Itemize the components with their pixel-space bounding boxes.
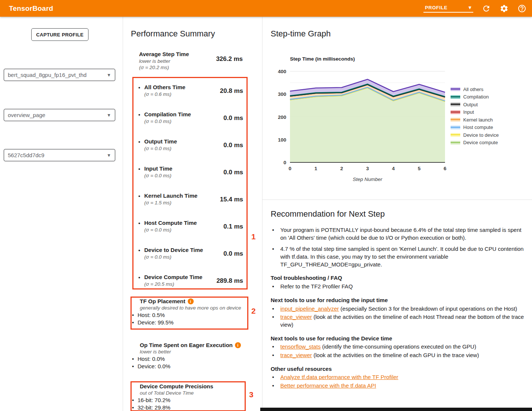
legend-swatch-icon xyxy=(451,87,460,91)
section-item: •Device: 99.5% xyxy=(132,319,251,326)
metric-row: •Host Compute Time(σ = 0.0 ms)0.1 ms xyxy=(138,220,247,233)
recommendation-heading: Next tools to use for reducing the input… xyxy=(271,297,527,304)
legend-label: Output xyxy=(463,102,478,107)
bullet: • xyxy=(138,84,140,91)
recommendation-link[interactable]: input_pipeline_analyzer xyxy=(280,305,339,312)
tf-op-placement-section: TF Op Placementigenerally desired to hav… xyxy=(132,298,251,326)
chart-x-axis-title: Step Number xyxy=(290,177,445,182)
section-title: Device Compute Precisions xyxy=(140,383,213,389)
hosts-select[interactable]: 5627c5dd7dc9 ▼ xyxy=(4,149,115,161)
recommendation-bullet: •4.7 % of the total step time sampled is… xyxy=(271,245,527,268)
dashboard-selector-value: PROFILE xyxy=(425,5,448,10)
bullet: • xyxy=(271,245,280,268)
section-subtitle: out of Total Device Time xyxy=(140,390,251,396)
bullet: • xyxy=(271,283,280,291)
legend-label: Device compute xyxy=(463,140,498,145)
bullet: • xyxy=(132,363,138,369)
legend-label: Compilation xyxy=(463,94,489,100)
legend-swatch-icon xyxy=(451,126,460,129)
bullet: • xyxy=(271,382,280,390)
tensorboard-profile-page: TensorBoard PROFILE ▼ CAPTURE PROFILE Ru… xyxy=(0,0,532,411)
chart-legend: All othersCompilationOutputInputKernel l… xyxy=(451,87,499,145)
tools-select-value: overview_page xyxy=(8,112,45,118)
chevron-down-icon: ▼ xyxy=(107,153,111,158)
legend-item: Host compute xyxy=(451,125,499,130)
legend-item: Compilation xyxy=(451,94,499,100)
metric-value: 0.0 ms xyxy=(223,250,243,258)
metric-value: 20.8 ms xyxy=(220,87,243,95)
performance-summary-panel: Performance Summary Average Step Time lo… xyxy=(123,17,262,411)
bullet: • xyxy=(138,193,140,199)
recommendation-bullet: •Your program is POTENTIALLY input-bound… xyxy=(271,226,527,242)
chevron-down-icon: ▼ xyxy=(107,72,111,78)
svg-text:1: 1 xyxy=(315,166,317,171)
settings-icon[interactable] xyxy=(499,4,509,13)
section-title: Op Time Spent on Eager Execution xyxy=(140,342,233,348)
legend-swatch-icon xyxy=(451,133,460,137)
bullet: • xyxy=(138,247,140,253)
chevron-down-icon: ▼ xyxy=(107,113,111,118)
section-item: •16-bit: 70.2% xyxy=(132,397,251,403)
svg-text:300: 300 xyxy=(278,91,286,97)
metric-row: •Device Compute Time(σ = 20.5 ms)289.8 m… xyxy=(138,274,247,287)
metric-row: •Input Time(σ = 0.0 ms)0.0 ms xyxy=(138,165,247,179)
bullet: • xyxy=(132,404,138,411)
bullet: • xyxy=(271,305,280,313)
recommendation-bullet: •Analyze tf.data performance with the TF… xyxy=(271,373,527,381)
svg-text:6: 6 xyxy=(444,166,446,171)
recommendation-bullet: •Refer to the TF2 Profiler FAQ xyxy=(271,283,527,291)
bullet: • xyxy=(271,373,280,381)
info-icon[interactable]: i xyxy=(235,342,241,348)
tools-select[interactable]: overview_page ▼ xyxy=(4,109,115,121)
recommendation-body: •Your program is POTENTIALLY input-bound… xyxy=(271,223,527,390)
legend-item: All others xyxy=(451,87,499,92)
metric-value: 15.4 ms xyxy=(220,196,243,203)
recommendation-heading: Other useful resources xyxy=(271,365,527,373)
bullet: • xyxy=(132,319,138,326)
legend-label: Input xyxy=(463,109,474,115)
recommendation-bullet: •trace_viewer (look at the activities on… xyxy=(271,313,527,329)
runs-select[interactable]: bert_squad_8gpu_fp16_pvt_thd ▼ xyxy=(4,69,115,81)
section-item: •Host: 0.5% xyxy=(132,312,251,318)
legend-swatch-icon xyxy=(451,103,460,106)
section-item: •Host: 0.0% xyxy=(132,356,251,362)
legend-swatch-icon xyxy=(451,95,460,99)
legend-label: All others xyxy=(463,87,483,92)
recommendation-link[interactable]: Analyze tf.data performance with the TF … xyxy=(280,374,398,380)
recommendation-bullet: •tensorflow_stats (identify the time-con… xyxy=(271,343,527,351)
legend-label: Device to device xyxy=(463,132,499,138)
help-icon[interactable] xyxy=(517,4,527,13)
info-icon[interactable]: i xyxy=(188,298,194,304)
legend-item: Input xyxy=(451,110,499,115)
recommendation-bullet: •input_pipeline_analyzer (especially Sec… xyxy=(271,305,527,313)
bullet: • xyxy=(271,343,280,351)
bullet: • xyxy=(138,111,140,118)
recommendation-link[interactable]: trace_viewer xyxy=(280,352,312,358)
bullet: • xyxy=(271,313,280,329)
bottom-edge-bar xyxy=(260,408,532,411)
recommendation-link[interactable]: trace_viewer xyxy=(280,314,312,320)
annotation-label-1: 1 xyxy=(251,232,256,241)
recommendation-link[interactable]: tensorflow_stats xyxy=(280,343,320,350)
app-header: TensorBoard PROFILE ▼ xyxy=(0,0,532,17)
metric-sigma: (σ = 20.2 ms) xyxy=(139,64,247,71)
app-title: TensorBoard xyxy=(9,4,53,13)
dashboard-selector[interactable]: PROFILE ▼ xyxy=(423,4,473,13)
metric-value: 0.0 ms xyxy=(223,114,243,122)
metric-value: 0.1 ms xyxy=(223,223,243,230)
legend-item: Output xyxy=(451,102,499,107)
capture-profile-button[interactable]: CAPTURE PROFILE xyxy=(31,28,88,41)
refresh-icon[interactable] xyxy=(481,4,491,13)
metric-row: •All Others Time(σ = 0.6 ms)20.8 ms xyxy=(138,84,247,97)
device-compute-precisions-section: Device Compute Precisionsout of Total De… xyxy=(132,383,251,411)
metric-value: 0.0 ms xyxy=(223,142,243,149)
section-item: •Device: 0.0% xyxy=(132,363,251,369)
recommendation-link[interactable]: Better performance with the tf.data API xyxy=(280,382,376,389)
bullet: • xyxy=(132,312,138,318)
bullet: • xyxy=(132,397,138,403)
section-subtitle: lower is better xyxy=(140,349,251,355)
step-time-graph-panel: Step-time Graph Step Time (in millisecon… xyxy=(262,17,532,200)
eager-execution-section: Op Time Spent on Eager Executionilower i… xyxy=(132,342,251,369)
svg-text:400: 400 xyxy=(278,69,286,74)
section-title: TF Op Placement xyxy=(140,298,186,304)
